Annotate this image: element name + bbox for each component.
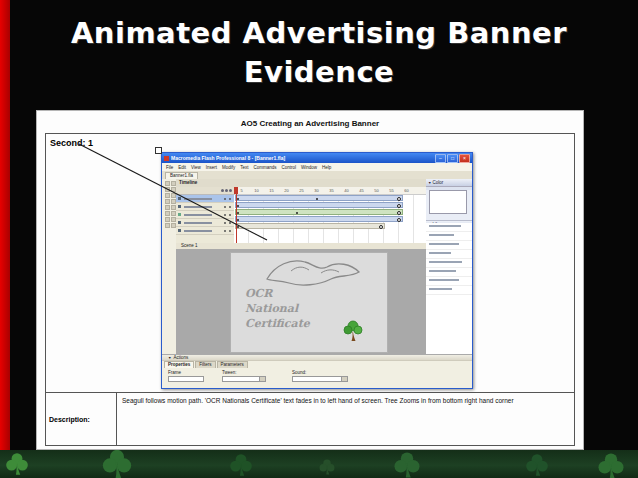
tool-icon[interactable] xyxy=(165,205,170,210)
layer-row[interactable] xyxy=(176,211,234,219)
color-panel-title: Color xyxy=(432,180,443,185)
minimize-button[interactable]: – xyxy=(435,154,446,163)
tool-icon[interactable] xyxy=(165,223,170,228)
layer-row[interactable] xyxy=(176,219,234,227)
banner-text-line3: Certificate xyxy=(245,317,310,332)
clover-icon xyxy=(100,450,134,478)
frame-span[interactable] xyxy=(235,202,403,208)
tween-select[interactable] xyxy=(222,376,266,382)
banner-text[interactable]: OCR National Certificate xyxy=(245,287,310,332)
tab-properties[interactable]: Properties xyxy=(164,361,194,368)
library-item[interactable] xyxy=(426,270,472,277)
close-button[interactable]: × xyxy=(459,154,470,163)
tab-parameters[interactable]: Parameters xyxy=(217,361,248,368)
document-header: AO5 Creating an Advertising Banner xyxy=(37,119,583,128)
clover-icon xyxy=(4,451,30,477)
frame-span[interactable] xyxy=(235,216,403,222)
scene-label[interactable]: Scene 1 xyxy=(181,243,198,248)
layer-row[interactable] xyxy=(176,203,234,211)
menu-view[interactable]: View xyxy=(191,165,201,170)
timeline-panel: Timeline xyxy=(176,179,426,244)
tool-icon[interactable] xyxy=(165,217,170,222)
playhead[interactable] xyxy=(234,187,238,194)
tab-filters[interactable]: Filters xyxy=(195,361,215,368)
library-item[interactable] xyxy=(426,288,472,295)
second-label: Second: 1 xyxy=(50,138,93,148)
clover-icon xyxy=(596,451,626,478)
frame-ruler[interactable]: 510 1520 2530 3540 4550 5560 xyxy=(234,187,426,195)
flash-window-title: Macromedia Flash Professional 8 - [Banne… xyxy=(171,155,433,161)
outline-icon[interactable] xyxy=(229,189,232,192)
description-label: Description: xyxy=(46,393,117,445)
tool-icon[interactable] xyxy=(171,223,176,228)
tool-icon[interactable] xyxy=(171,181,176,186)
presentation-slide: Animated Advertising Banner Evidence AO5… xyxy=(0,0,638,478)
library-item[interactable] xyxy=(426,234,472,241)
layer-row[interactable] xyxy=(176,227,234,235)
library-item[interactable] xyxy=(426,279,472,286)
flash-titlebar[interactable]: Macromedia Flash Professional 8 - [Banne… xyxy=(162,153,472,163)
banner-text-line2: National xyxy=(245,302,310,317)
window-controls: – □ × xyxy=(435,154,470,163)
banner-artboard[interactable]: OCR National Certificate xyxy=(230,252,388,353)
library-item[interactable] xyxy=(426,243,472,250)
clover-icon xyxy=(392,450,422,478)
playhead-line xyxy=(236,194,237,243)
menu-modify[interactable]: Modify xyxy=(222,165,235,170)
frame-span[interactable] xyxy=(235,195,403,201)
menu-help[interactable]: Help xyxy=(322,165,331,170)
layer-header xyxy=(176,187,234,195)
seagull-drawing[interactable] xyxy=(261,253,371,291)
frame-span[interactable] xyxy=(235,223,385,229)
slide-title: Animated Advertising Banner Evidence xyxy=(0,14,638,92)
color-panel-body xyxy=(426,190,472,221)
layer-row[interactable] xyxy=(176,195,234,203)
menu-window[interactable]: Window xyxy=(301,165,317,170)
frame-label: Frame xyxy=(168,370,181,375)
lock-icon[interactable] xyxy=(225,189,228,192)
banner-text-line1: OCR xyxy=(245,287,310,302)
flash-window: Macromedia Flash Professional 8 - [Banne… xyxy=(161,152,473,389)
tool-icon[interactable] xyxy=(165,199,170,204)
menu-text[interactable]: Text xyxy=(240,165,248,170)
library-list xyxy=(426,223,472,354)
document-tab[interactable]: Banner1.fla xyxy=(165,172,198,179)
tool-icon[interactable] xyxy=(165,211,170,216)
tween-label: Tween: xyxy=(222,370,237,375)
properties-panel: Properties Filters Parameters Frame Twee… xyxy=(162,360,472,388)
timeline-frames[interactable]: 510 1520 2530 3540 4550 5560 xyxy=(234,187,426,243)
tool-icon[interactable] xyxy=(171,205,176,210)
eye-icon[interactable] xyxy=(221,189,224,192)
tool-icon[interactable] xyxy=(171,193,176,198)
menu-edit[interactable]: Edit xyxy=(178,165,186,170)
sound-select[interactable] xyxy=(292,376,348,382)
tool-icon[interactable] xyxy=(165,187,170,192)
tree-graphic[interactable] xyxy=(343,319,363,343)
color-swatch[interactable] xyxy=(429,190,467,214)
menu-insert[interactable]: Insert xyxy=(206,165,217,170)
tool-icon[interactable] xyxy=(165,193,170,198)
library-item[interactable] xyxy=(426,252,472,259)
tool-icon[interactable] xyxy=(171,187,176,192)
footer-band xyxy=(0,450,638,478)
dropdown-arrow-icon xyxy=(341,377,347,381)
menu-file[interactable]: File xyxy=(166,165,173,170)
frame-span[interactable] xyxy=(235,209,403,215)
tool-icon[interactable] xyxy=(171,217,176,222)
frame-name-input[interactable] xyxy=(168,376,204,382)
clover-icon xyxy=(228,452,254,478)
bottom-panels: ▼Actions Properties Filters Parameters F… xyxy=(162,354,472,388)
tool-icon[interactable] xyxy=(171,211,176,216)
tool-icon[interactable] xyxy=(171,199,176,204)
menu-commands[interactable]: Commands xyxy=(254,165,277,170)
menu-control[interactable]: Control xyxy=(282,165,297,170)
library-item[interactable] xyxy=(426,261,472,268)
tool-icon[interactable] xyxy=(165,181,170,186)
color-panel-header[interactable]: ▼Color xyxy=(426,179,472,187)
clover-icon xyxy=(318,458,336,476)
maximize-button[interactable]: □ xyxy=(447,154,458,163)
clover-icon xyxy=(524,452,550,478)
selection-handle[interactable] xyxy=(155,147,162,154)
library-item[interactable] xyxy=(426,225,472,232)
collapse-arrow-icon: ▼ xyxy=(428,181,431,185)
